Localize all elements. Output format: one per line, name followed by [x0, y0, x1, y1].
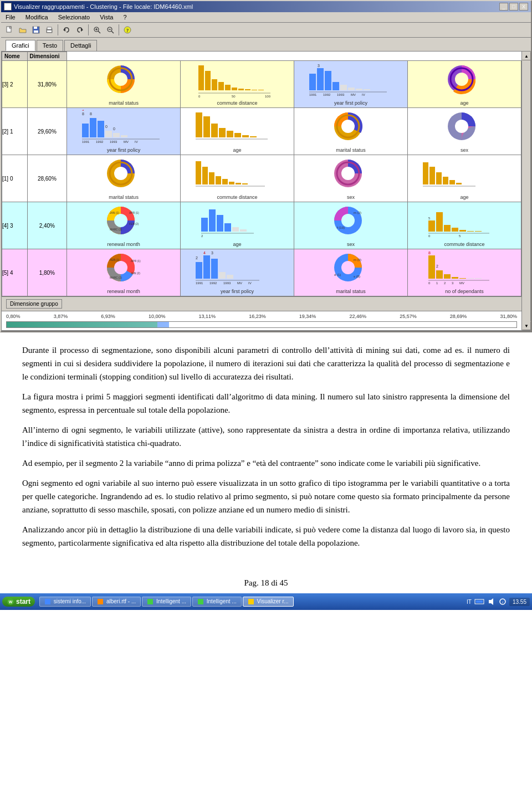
svg-rect-88: [196, 161, 201, 184]
close-button[interactable]: X: [519, 3, 528, 11]
svg-rect-76: [234, 133, 241, 137]
save-button[interactable]: [30, 24, 42, 36]
tick-2: 3,87%: [54, 314, 68, 319]
tick-7: 19,34%: [299, 314, 316, 319]
chart-cell-1-3[interactable]: 1991 1992 1993 MV IV 3 year first policy: [294, 61, 408, 108]
svg-text:0: 0: [428, 234, 431, 238]
window-title: Visualizer raggruppamenti - Clustering -…: [14, 3, 193, 10]
svg-text:JAN (2): JAN (2): [131, 271, 140, 275]
taskbar-speaker-icon: ♪: [498, 597, 507, 606]
col-charts: [67, 52, 521, 61]
svg-rect-89: [202, 167, 208, 184]
svg-rect-54: [82, 124, 89, 137]
chart-cell-1-4[interactable]: age: [408, 61, 521, 108]
chart-cell-3-2[interactable]: commute distance: [181, 155, 294, 202]
svg-rect-3: [34, 27, 37, 29]
chart-label-5-3: marital status: [294, 289, 407, 294]
chart-cell-5-3[interactable]: m (0) d (1) s (8) marital status: [294, 249, 408, 296]
svg-rect-38: [325, 71, 331, 90]
svg-text:0: 0: [113, 127, 115, 131]
zoom-in-button[interactable]: [91, 24, 103, 36]
col-dimensioni: Dimensioni: [27, 52, 67, 61]
chart-cell-5-4[interactable]: 0 1 2 3 MV 8 2 no of dependants: [408, 249, 521, 296]
title-buttons: _ □ X: [499, 3, 528, 11]
chart-cell-4-3[interactable]: f (10) m (2) sex: [294, 202, 408, 249]
chart-cell-2-1[interactable]: 1991 1992 1993 MV IV 8 8 0 0 3: [67, 108, 181, 155]
menu-vista[interactable]: Vista: [98, 13, 115, 21]
minimize-button[interactable]: _: [499, 3, 508, 11]
svg-point-52: [455, 73, 468, 86]
table-row: [1] 0 28,60% marital status: [2, 155, 521, 202]
svg-rect-39: [332, 82, 339, 90]
chart-cell-4-1[interactable]: APR (1) FEB (2) MARC (2) JAN (1) renewal…: [67, 202, 181, 249]
new-button[interactable]: [3, 24, 16, 36]
paragraph-5: Ogni segmento ed ogni variabile al suo i…: [22, 476, 510, 516]
chart-cell-4-2[interactable]: 2 age: [181, 202, 294, 249]
menu-help[interactable]: ?: [121, 13, 129, 21]
svg-point-84: [455, 120, 468, 133]
application-window: Visualizer raggruppamenti - Clustering -…: [0, 0, 532, 332]
menu-selezionato[interactable]: Selezionato: [56, 13, 93, 21]
svg-text:1993: 1993: [223, 281, 231, 285]
svg-text:3: 3: [452, 281, 454, 285]
chart-cell-2-3[interactable]: marital status: [294, 108, 408, 155]
menu-file[interactable]: File: [3, 13, 18, 21]
table-row: [5] 4 1,80%: [2, 249, 521, 296]
taskbar-item-5[interactable]: Visualizer r...: [243, 597, 294, 607]
svg-point-122: [341, 214, 355, 227]
chart-cell-1-2[interactable]: 0 50 100 commute distance: [181, 61, 294, 108]
row-percent-4: 2,40%: [27, 202, 67, 249]
toolbar-sep3: [119, 24, 119, 35]
taskbar-item-2[interactable]: alberi.rtf - ...: [92, 597, 141, 607]
menu-modifica[interactable]: Modifica: [23, 13, 50, 21]
zoom-out-button[interactable]: [104, 24, 116, 36]
scroll-up[interactable]: ▲: [522, 52, 531, 60]
row-id-3: [1] 0: [2, 155, 28, 202]
row-id-2: [2] 1: [2, 108, 28, 155]
taskbar-item-4[interactable]: Intelligent ...: [192, 597, 242, 607]
chart-cell-4-4[interactable]: 0 5 5 commute distance: [408, 202, 521, 249]
tab-dettagli[interactable]: Dettagli: [64, 40, 97, 51]
chart-cell-2-2[interactable]: age: [181, 108, 294, 155]
chart-cell-1-1[interactable]: marital status: [67, 61, 181, 108]
tab-grafici[interactable]: Grafici: [6, 40, 35, 51]
title-bar: Visualizer raggruppamenti - Clustering -…: [1, 1, 531, 12]
svg-text:3: 3: [318, 64, 320, 68]
chart-cell-3-1[interactable]: marital status: [67, 155, 181, 202]
paragraph-2: La figura mostra i primi 5 maggiori segm…: [22, 390, 510, 417]
chart-cell-3-3[interactable]: sex: [294, 155, 408, 202]
svg-rect-23: [205, 71, 211, 90]
start-button[interactable]: W start: [2, 597, 35, 607]
open-button[interactable]: [17, 24, 29, 36]
app-icon: [4, 3, 12, 11]
maximize-button[interactable]: □: [509, 3, 518, 11]
taskbar-lang: IT: [467, 599, 472, 605]
svg-text:m (0): m (0): [354, 258, 361, 261]
main-content-area: Nome Dimensioni [3] 2 31,80%: [1, 51, 531, 331]
help-button[interactable]: ?: [121, 24, 134, 36]
svg-text:IV: IV: [248, 281, 252, 285]
chart-cell-5-2[interactable]: 1991 1992 1993 MV IV 4 3 2 year first po…: [181, 249, 294, 296]
taskbar-item-3[interactable]: Intelligent ...: [142, 597, 191, 607]
svg-text:5: 5: [459, 234, 461, 238]
taskbar-item-1[interactable]: sistemi info...: [39, 597, 91, 607]
undo-button[interactable]: [60, 24, 73, 36]
print-button[interactable]: [43, 24, 55, 36]
svg-rect-37: [317, 68, 324, 90]
svg-line-11: [98, 31, 100, 33]
svg-rect-100: [423, 162, 428, 184]
svg-point-157: [341, 261, 355, 274]
redo-button[interactable]: [74, 24, 86, 36]
svg-text:m (2): m (2): [354, 211, 361, 214]
svg-rect-55: [90, 118, 96, 137]
svg-rect-71: [196, 112, 202, 137]
chart-cell-2-4[interactable]: sex: [408, 108, 521, 155]
svg-rect-93: [229, 182, 234, 184]
chart-cell-5-1[interactable]: APR (1) JAN (2) MARC (2) FEB (1) renewal…: [67, 249, 181, 296]
paragraph-3: All’interno di ogni segmento, le variabi…: [22, 423, 510, 450]
chart-cell-3-4[interactable]: age: [408, 155, 521, 202]
svg-rect-6: [47, 27, 52, 29]
scroll-down[interactable]: ▼: [522, 321, 531, 330]
tab-testo[interactable]: Testo: [37, 40, 63, 51]
svg-rect-127: [444, 225, 451, 232]
